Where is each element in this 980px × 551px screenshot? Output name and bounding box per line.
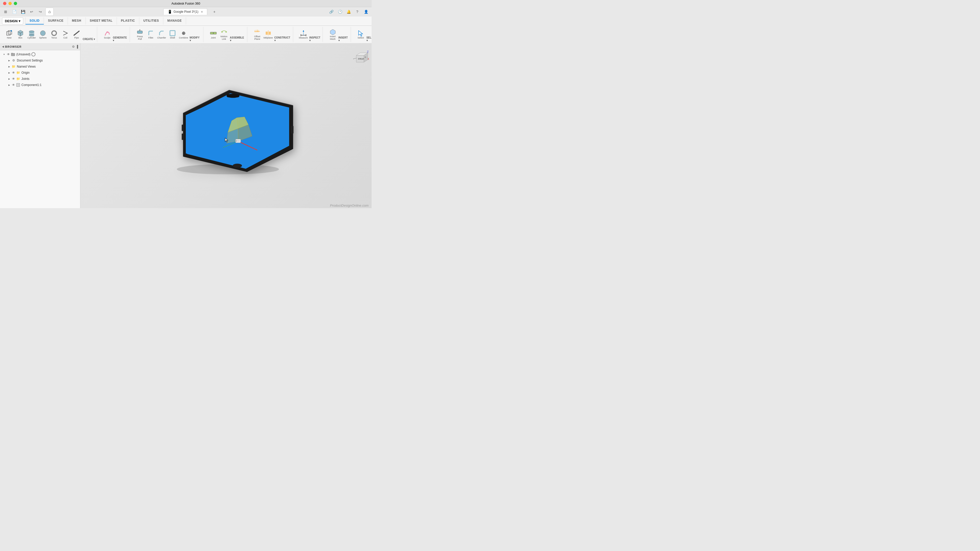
- insert-group-label[interactable]: INSERT ▾: [339, 27, 348, 42]
- list-item[interactable]: ▶ 👁 Component1:1: [0, 82, 80, 88]
- shell-label: Shell: [170, 37, 175, 39]
- sphere-button[interactable]: Sphere: [38, 28, 48, 41]
- tree-expand-icon[interactable]: ▶: [7, 59, 11, 62]
- tab-surface[interactable]: SURFACE: [44, 17, 68, 24]
- orientation-cube[interactable]: Z X FRONT R: [351, 48, 366, 64]
- box-button[interactable]: Box: [15, 28, 25, 41]
- insert-mesh-button[interactable]: Insert Mesh: [328, 28, 337, 41]
- home-button[interactable]: ⌂: [45, 8, 54, 16]
- notification-bell-icon[interactable]: 🔔: [345, 8, 352, 15]
- file-menu-icon[interactable]: 📄: [11, 8, 18, 15]
- browser-title: BROWSER: [5, 45, 21, 48]
- tree-collapse-icon[interactable]: ▼: [2, 52, 6, 56]
- visibility-icon[interactable]: 👁: [11, 70, 16, 75]
- shell-button[interactable]: Shell: [168, 28, 178, 41]
- add-connection-button[interactable]: 🔗: [328, 8, 335, 15]
- joints-label: Joints: [21, 77, 29, 81]
- help-icon[interactable]: ?: [354, 8, 361, 15]
- browser-filter-icon[interactable]: ⚙: [72, 45, 75, 48]
- origin-label: Origin: [21, 71, 30, 75]
- svg-point-16: [221, 31, 223, 33]
- tab-solid[interactable]: SOLID: [25, 17, 44, 24]
- press-pull-button[interactable]: Press Pull: [135, 28, 145, 41]
- construct-group-label[interactable]: CONSTRUCT ▾: [274, 27, 291, 42]
- tree-expand-icon[interactable]: ▶: [7, 77, 11, 81]
- svg-rect-32: [18, 84, 19, 86]
- svg-rect-0: [6, 32, 10, 35]
- viewport[interactable]: Z X FRONT R: [80, 43, 372, 208]
- torus-button[interactable]: Torus: [49, 28, 59, 41]
- user-avatar[interactable]: 👤: [363, 8, 369, 15]
- redo-button[interactable]: ↪: [37, 8, 44, 15]
- visibility-icon[interactable]: 👁: [6, 52, 11, 57]
- modify-group-label[interactable]: MODIFY ▾: [189, 27, 201, 42]
- component-icon: [16, 83, 21, 87]
- fillet-icon: [147, 30, 154, 37]
- tab-manage[interactable]: MANAGE: [163, 17, 186, 24]
- design-mode-button[interactable]: DESIGN ▾: [2, 17, 23, 24]
- named-views-label: Named Views: [17, 65, 36, 68]
- coil-button[interactable]: Coil: [60, 28, 70, 41]
- pipe-icon: [73, 30, 80, 37]
- press-pull-label: Press Pull: [135, 35, 145, 41]
- joint-button[interactable]: Joint: [208, 28, 218, 41]
- new-component-button[interactable]: New: [4, 28, 14, 41]
- list-item[interactable]: ▶ 👁 📁 Origin: [0, 70, 80, 76]
- motion-link-button[interactable]: Motion Link: [219, 28, 229, 41]
- list-item[interactable]: ▶ ⚙ Document Settings: [0, 57, 80, 64]
- tree-expand-icon[interactable]: ▶: [7, 83, 11, 87]
- tab-close-button[interactable]: ✕: [201, 11, 203, 13]
- inspect-group-label[interactable]: INSPECT ▾: [309, 27, 321, 42]
- toolbar-row1: ⊞ 📄 💾 ↩ ↪ ⌂ 📱 Google Pixel 3*(1) ✕ + 🔗 🕐…: [0, 7, 372, 16]
- tree-expand-icon[interactable]: ▶: [7, 65, 11, 68]
- browser-collapse-icon[interactable]: ◀: [2, 45, 4, 48]
- cylinder-button[interactable]: Cylinder: [27, 28, 37, 41]
- sculpt-button[interactable]: Sculpt: [102, 28, 112, 41]
- list-item[interactable]: ▶ 📁 Named Views: [0, 64, 80, 70]
- pipe-label: Pipe: [74, 37, 79, 39]
- document-tab[interactable]: 📱 Google Pixel 3*(1) ✕: [163, 8, 207, 15]
- list-item[interactable]: ▶ 👁 📁 Joints: [0, 76, 80, 82]
- tab-mesh[interactable]: MESH: [68, 17, 86, 24]
- tab-sheetmetal[interactable]: SHEET METAL: [86, 17, 117, 24]
- tab-label: Google Pixel 3*(1): [173, 10, 198, 14]
- tab-utilities[interactable]: UTILITIES: [139, 17, 163, 24]
- chamfer-button[interactable]: Chamfer: [157, 28, 167, 41]
- insert-mesh-label: Insert Mesh: [328, 35, 337, 41]
- svg-rect-44: [182, 125, 184, 131]
- doc-settings-label: Document Settings: [17, 59, 43, 62]
- tree-expand-icon[interactable]: ▶: [7, 71, 11, 75]
- select-button[interactable]: Select: [356, 28, 366, 41]
- browser-expand-icon[interactable]: ▐: [76, 45, 78, 48]
- cylinder-icon: [28, 30, 35, 37]
- svg-rect-21: [266, 32, 268, 35]
- combine-button[interactable]: ⊕ Combine: [178, 28, 189, 41]
- svg-point-9: [107, 32, 108, 33]
- pipe-button[interactable]: Pipe: [72, 28, 82, 41]
- clock-icon[interactable]: 🕐: [336, 8, 344, 15]
- measure-button[interactable]: Measure: [298, 28, 308, 41]
- list-item[interactable]: ▼ 👁 (Unsaved): [0, 51, 80, 57]
- maximize-button[interactable]: [14, 2, 17, 5]
- new-tab-button[interactable]: +: [211, 8, 218, 15]
- save-button[interactable]: 💾: [19, 8, 27, 15]
- create-group-label[interactable]: CREATE ▾: [83, 29, 95, 41]
- grid-menu-icon[interactable]: ⊞: [2, 8, 9, 15]
- minimize-button[interactable]: [8, 2, 12, 5]
- visibility-icon[interactable]: 👁: [11, 76, 16, 81]
- offset-plane-button[interactable]: Offset Plane: [252, 28, 262, 41]
- assemble-group-label[interactable]: ASSEMBLE ▾: [230, 27, 245, 42]
- visibility-icon[interactable]: 👁: [11, 83, 16, 87]
- midplane-button[interactable]: Midplane: [263, 28, 273, 41]
- sphere-label: Sphere: [39, 37, 46, 39]
- fillet-button[interactable]: Fillet: [146, 28, 156, 41]
- svg-rect-46: [291, 126, 293, 134]
- select-group-label[interactable]: SELECT ▾: [366, 27, 372, 42]
- undo-button[interactable]: ↩: [28, 8, 35, 15]
- close-button[interactable]: [3, 2, 6, 5]
- tab-plastic[interactable]: PLASTIC: [117, 17, 139, 24]
- root-folder-icon: [11, 52, 15, 56]
- generate-group-label[interactable]: GENERATE ▾: [113, 27, 127, 42]
- select-label: Select: [358, 37, 364, 39]
- inspect-group: Measure INSPECT ▾: [296, 27, 323, 42]
